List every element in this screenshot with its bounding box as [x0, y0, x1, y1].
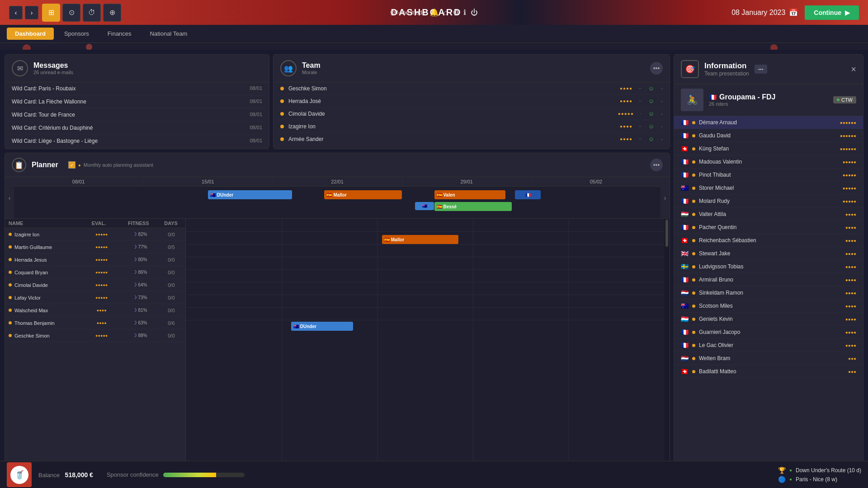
event-item[interactable]: 🏆 ● Down Under's Route (10 d): [778, 467, 861, 474]
rider-info-row[interactable]: 🇭🇺 Valter Attila ●●●●: [674, 208, 863, 221]
rider-info-row[interactable]: 🇨🇭 Reichenbach Sébastien ●●●●: [674, 234, 863, 247]
member-stars: ●●●●: [620, 99, 632, 103]
calendar-icon[interactable]: 📅: [789, 8, 798, 17]
power-icon[interactable]: ⏻: [471, 9, 478, 17]
planner-rider-row[interactable]: Izagirre Ion ●●●●● ☽82% 0/0: [5, 228, 185, 241]
planner-more-button[interactable]: •••: [650, 159, 663, 171]
team-info-header: 🚴 🇫🇷 Groupama - FDJ 26 riders CTW: [674, 84, 863, 116]
nav-icon-chart[interactable]: ⏱: [83, 4, 101, 22]
nav-icon-globe[interactable]: ⊙: [62, 4, 80, 22]
team-title: Team: [302, 61, 321, 70]
planner-scrollbar[interactable]: [664, 219, 670, 467]
team-more-button[interactable]: •••: [650, 62, 663, 75]
race-block-dunder-1[interactable]: 🇦🇺 DUnder: [208, 190, 292, 199]
message-item[interactable]: Wild Card: La Flèche Wallonne 08/01: [7, 95, 267, 108]
message-item[interactable]: Wild Card: Critérium du Dauphiné 08/01: [7, 122, 267, 135]
rider-name: Storer Michael: [699, 185, 839, 191]
race-block-fr[interactable]: 🇫🇷: [515, 190, 541, 199]
member-name: Izagirre Ion: [288, 123, 615, 130]
planner-rider-row[interactable]: Martin Guillaume ●●●●● ☽77% 0/5: [5, 241, 185, 253]
forward-arrow[interactable]: ›: [25, 6, 38, 19]
tab-finances[interactable]: Finances: [99, 28, 140, 40]
rider-eval: ●●●●●: [84, 258, 119, 262]
ctw-label: CTW: [841, 97, 853, 103]
tab-dashboard[interactable]: Dashboard: [7, 28, 54, 40]
rider-info-row[interactable]: 🇳🇱 Welten Bram ●●●: [674, 352, 863, 365]
rider-info-row[interactable]: 🇳🇱 Sinkeldam Ramon ●●●●: [674, 286, 863, 300]
team-member[interactable]: Armée Sander ●●●● ·· ☺ -: [278, 133, 665, 145]
row-div-2: [186, 244, 664, 244]
team-member[interactable]: Herrada José ●●●● ·· ☺ -: [278, 95, 665, 108]
event-item[interactable]: 🔵 ● Paris - Nice (8 w): [778, 476, 861, 483]
info-icon[interactable]: ℹ: [463, 8, 466, 17]
planner-rider-row[interactable]: Lafay Victor ●●●●● ☽73% 0/0: [5, 291, 185, 304]
race-block-valen[interactable]: 🇪🇸 Valen: [434, 190, 505, 199]
rider-eval: ●●●●●: [84, 296, 119, 300]
member-dots: ·: [640, 111, 642, 116]
member-name: Herrada José: [288, 98, 615, 104]
rider-info-row[interactable]: 🇫🇷 Gaudu David ●●●●●●: [674, 129, 863, 142]
main-content: ✉ Messages 26 unread e-mails Wild Card: …: [0, 50, 868, 468]
cal-race-flag: 🇪🇸: [384, 237, 390, 242]
rider-info-row[interactable]: 🇫🇷 Madouas Valentin ●●●●●: [674, 155, 863, 169]
rider-name: Martin Guillaume: [14, 244, 84, 250]
rider-info-row[interactable]: 🇫🇷 Armirail Bruno ●●●●: [674, 273, 863, 286]
team-member[interactable]: Izagirre Ion ●●●● ·· ☺ -: [278, 120, 665, 133]
member-dash: -: [661, 123, 663, 130]
rider-flag: 🇨🇭: [681, 145, 689, 152]
back-arrow[interactable]: ‹: [9, 6, 23, 19]
race-block-mallor-1[interactable]: 🇪🇸 Mallor: [324, 190, 402, 199]
deco-dot-3: [770, 44, 778, 50]
rider-name: Armirail Bruno: [699, 277, 842, 283]
planner-rider-row[interactable]: Cimolai Davide ●●●●● ☽64% 0/0: [5, 279, 185, 291]
continue-button[interactable]: Continue ▶: [805, 5, 859, 20]
cal-race-mallor[interactable]: 🇪🇸 Mallor: [382, 235, 458, 244]
rider-info-row[interactable]: 🇦🇺 Scotson Miles ●●●●: [674, 300, 863, 313]
planner-rider-row[interactable]: Coquard Bryan ●●●●● ☽86% 0/0: [5, 266, 185, 279]
message-item[interactable]: Wild Card: Paris - Roubaix 08/01: [7, 82, 267, 95]
team-member[interactable]: Geschke Simon ●●●● ·· ☺ -: [278, 82, 665, 95]
rider-info-row[interactable]: 🇦🇺 Storer Michael ●●●●●: [674, 182, 863, 195]
rider-stars: ●●●●●: [843, 199, 856, 204]
rider-info-row[interactable]: 🇨🇭 Küng Stefan ●●●●●●: [674, 142, 863, 155]
cal-race-dunder[interactable]: 🇦🇺 DUnder: [291, 322, 354, 331]
rider-info-row[interactable]: 🇸🇪 Ludvigsson Tobias ●●●●: [674, 260, 863, 273]
rider-status: [692, 331, 695, 334]
member-dash: -: [661, 98, 663, 104]
rider-info-row[interactable]: 🇫🇷 Molard Rudy ●●●●●: [674, 195, 863, 208]
settings-icon[interactable]: ⚙: [453, 8, 459, 17]
rider-info-row[interactable]: 🇬🇧 Stewart Jake ●●●●: [674, 247, 863, 260]
rider-info-row[interactable]: 🇫🇷 Guarnieri Jacopo ●●●●: [674, 326, 863, 339]
auto-planning-checkbox[interactable]: ✓: [68, 161, 75, 169]
race-block-besse[interactable]: 🇪🇸 Bessè: [434, 202, 512, 211]
rider-info-row[interactable]: 🇫🇷 Pacher Quentin ●●●●: [674, 221, 863, 234]
bell-icon[interactable]: 🔔: [430, 8, 439, 17]
rider-name: Welten Bram: [699, 355, 844, 361]
planner-rider-row[interactable]: Herrada Jesus ●●●●● ☽80% 0/0: [5, 253, 185, 266]
message-item[interactable]: Wild Card: Liège - Bastogne - Liège 08/0…: [7, 135, 267, 148]
rider-info-row[interactable]: 🇨🇭 Badilatti Matteo ●●●: [674, 365, 863, 378]
info-more-button[interactable]: •••: [755, 65, 767, 74]
team-member[interactable]: Cimolai Davide ●●●●● · ☺ -: [278, 108, 665, 120]
message-item[interactable]: Wild Card: Tour de France 08/01: [7, 108, 267, 122]
balance-display: Balance 518,000 €: [38, 471, 93, 479]
home-icon[interactable]: ⌂: [443, 9, 448, 17]
rider-info-row[interactable]: 🇱🇺 Geniets Kevin ●●●●: [674, 313, 863, 326]
nav-icon-dashboard[interactable]: ⊞: [42, 4, 60, 22]
rider-info-row[interactable]: 🇫🇷 Pinot Thibaut ●●●●●: [674, 169, 863, 182]
planner-left-arrow[interactable]: ‹: [5, 177, 14, 218]
planner-right-arrow[interactable]: ›: [660, 177, 670, 218]
info-close-button[interactable]: ×: [851, 64, 856, 75]
tab-national-team[interactable]: National Team: [142, 28, 196, 40]
rider-status: [692, 278, 695, 282]
planner-rider-row[interactable]: Walscheid Max ●●●● ☽81% 0/0: [5, 304, 185, 317]
nav-icon-trophy[interactable]: ⊕: [103, 4, 121, 22]
tab-sponsors[interactable]: Sponsors: [56, 28, 97, 40]
rider-info-row[interactable]: 🇫🇷 Le Gac Olivier ●●●●: [674, 339, 863, 352]
rider-info-row[interactable]: 🇫🇷 Démare Arnaud ●●●●●●: [674, 116, 863, 129]
planner-rider-row[interactable]: Thomas Benjamin ●●●● ☽63% 0/6: [5, 317, 185, 329]
race-block-au-small[interactable]: 🇦🇺: [415, 202, 434, 210]
rider-name: Gaudu David: [699, 132, 836, 139]
planner-rider-row[interactable]: Geschke Simon ●●●●● ☽88% 0/0: [5, 329, 185, 342]
planner-rider-table: NAME EVAL. FITNESS DAYS Izagirre Ion ●●●…: [5, 219, 670, 467]
